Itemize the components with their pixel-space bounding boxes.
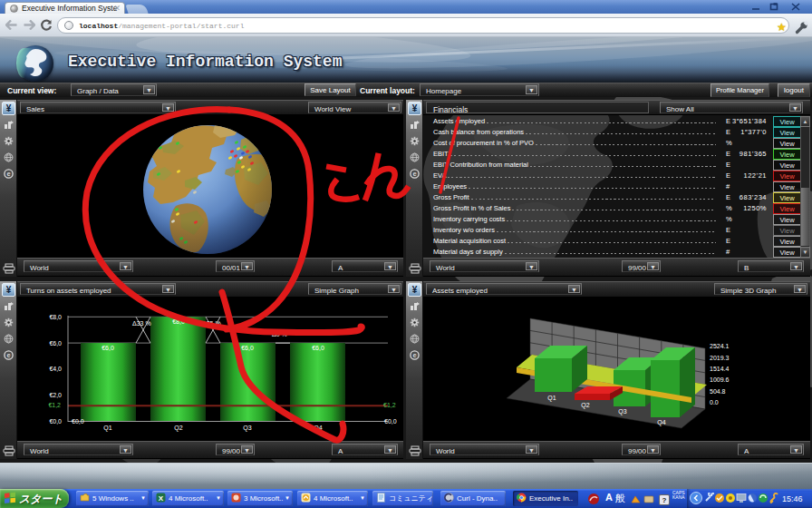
svg-text:e: e <box>6 170 10 178</box>
svg-text:Q2: Q2 <box>174 425 182 432</box>
svg-text:€8,0: €8,0 <box>49 314 62 320</box>
svg-text:€0,0: €0,0 <box>72 418 84 425</box>
svg-text:€6,0: €6,0 <box>312 345 324 351</box>
svg-text:€6,0: €6,0 <box>241 345 254 351</box>
svg-text:504.8: 504.8 <box>710 388 726 395</box>
svg-text:Q4: Q4 <box>314 425 322 432</box>
svg-text:€2,0: €2,0 <box>49 392 62 398</box>
svg-text:€0,0: €0,0 <box>384 418 397 425</box>
svg-text:e: e <box>412 351 416 359</box>
svg-text:2524.1: 2524.1 <box>710 343 730 349</box>
svg-text:1514.4: 1514.4 <box>710 366 730 372</box>
svg-text:€6,0: €6,0 <box>102 345 114 351</box>
svg-text:Q2: Q2 <box>581 402 589 409</box>
svg-text:€1,2: €1,2 <box>48 402 61 408</box>
svg-text:Δ0 %: Δ0 % <box>272 331 287 337</box>
svg-text:0.0: 0.0 <box>710 399 719 405</box>
svg-text:e: e <box>6 351 10 359</box>
svg-text:Q1: Q1 <box>103 425 111 432</box>
svg-text:Q1: Q1 <box>547 395 556 402</box>
svg-text:Δ33 %: Δ33 % <box>132 320 151 327</box>
svg-text:e: e <box>412 170 416 178</box>
svg-text:?: ? <box>662 496 667 504</box>
svg-text:€1,2: €1,2 <box>383 402 396 408</box>
svg-text:X: X <box>159 494 164 503</box>
svg-text:Δ25 %: Δ25 % <box>202 320 221 327</box>
svg-text:Q3: Q3 <box>618 408 626 415</box>
svg-text:Q4: Q4 <box>657 419 665 426</box>
svg-text:€4,0: €4,0 <box>49 366 62 372</box>
svg-text:€6,0: €6,0 <box>49 340 62 347</box>
svg-text:1009.6: 1009.6 <box>710 376 730 383</box>
svg-text:Q3: Q3 <box>243 425 251 432</box>
svg-text:2019.3: 2019.3 <box>710 355 730 361</box>
svg-text:€0,0: €0,0 <box>49 418 62 425</box>
svg-text:€8,0: €8,0 <box>172 318 185 325</box>
